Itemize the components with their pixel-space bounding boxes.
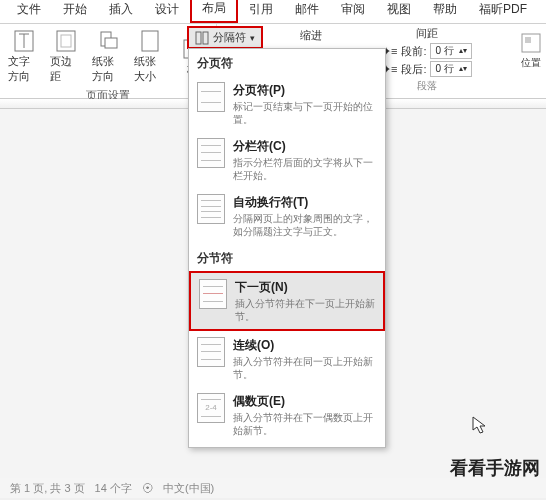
position-icon[interactable] xyxy=(520,32,542,54)
column-break-name: 分栏符(C) xyxy=(233,138,377,155)
svg-rect-4 xyxy=(61,35,71,47)
column-break-icon xyxy=(197,138,225,168)
tab-file[interactable]: 文件 xyxy=(6,0,52,23)
page-break-desc: 标记一页结束与下一页开始的位置。 xyxy=(233,100,377,126)
next-page-desc: 插入分节符并在下一页上开始新节。 xyxy=(235,297,375,323)
svg-marker-14 xyxy=(473,417,485,433)
orientation-icon xyxy=(98,30,118,52)
indent-group-label: 缩进 xyxy=(300,28,322,43)
tab-home[interactable]: 开始 xyxy=(52,0,98,23)
continuous-desc: 插入分节符并在同一页上开始新节。 xyxy=(233,355,377,381)
ribbon-tabs: 文件 开始 插入 设计 布局 引用 邮件 审阅 视图 帮助 福昕PDF xyxy=(0,0,546,24)
text-direction-label: 文字方向 xyxy=(8,54,40,84)
watermark-text: 看看手游网 xyxy=(450,456,540,480)
svg-rect-3 xyxy=(57,31,75,51)
page-break-item[interactable]: 分页符(P) 标记一页结束与下一页开始的位置。 xyxy=(189,76,385,132)
tab-layout[interactable]: 布局 xyxy=(190,0,238,23)
svg-rect-11 xyxy=(203,32,208,44)
breaks-dropdown-button[interactable]: 分隔符 ▾ xyxy=(187,26,263,49)
status-page-info: 第 1 页, 共 3 页 xyxy=(10,481,85,496)
margins-label: 页边距 xyxy=(50,54,82,84)
tab-design[interactable]: 设计 xyxy=(144,0,190,23)
spacing-group-label: 间距 xyxy=(382,26,472,41)
orientation-button[interactable]: 纸张方向 xyxy=(90,28,126,86)
text-wrap-desc: 分隔网页上的对象周围的文字，如分隔题注文字与正文。 xyxy=(233,212,377,238)
even-page-desc: 插入分节符并在下一偶数页上开始新节。 xyxy=(233,411,377,437)
even-page-name: 偶数页(E) xyxy=(233,393,377,410)
section-breaks-header: 分节符 xyxy=(189,244,385,271)
continuous-item[interactable]: 连续(O) 插入分节符并在同一页上开始新节。 xyxy=(189,331,385,387)
svg-rect-7 xyxy=(142,31,158,51)
even-page-item[interactable]: 2-4 偶数页(E) 插入分节符并在下一偶数页上开始新节。 xyxy=(189,387,385,443)
continuous-icon xyxy=(197,337,225,367)
tab-help[interactable]: 帮助 xyxy=(422,0,468,23)
column-break-desc: 指示分栏符后面的文字将从下一栏开始。 xyxy=(233,156,377,182)
paragraph-group-label: 段落 xyxy=(382,79,472,93)
breaks-label: 分隔符 xyxy=(213,30,246,45)
text-wrap-name: 自动换行符(T) xyxy=(233,194,377,211)
margins-button[interactable]: 页边距 xyxy=(48,28,84,86)
continuous-name: 连续(O) xyxy=(233,337,377,354)
svg-rect-10 xyxy=(196,32,201,44)
tab-references[interactable]: 引用 xyxy=(238,0,284,23)
svg-rect-6 xyxy=(105,38,117,48)
tab-insert[interactable]: 插入 xyxy=(98,0,144,23)
page-break-icon xyxy=(197,82,225,112)
text-direction-button[interactable]: 文字方向 xyxy=(6,28,42,86)
text-wrap-icon xyxy=(197,194,225,224)
next-page-item[interactable]: 下一页(N) 插入分节符并在下一页上开始新节。 xyxy=(189,271,385,331)
status-bar: 第 1 页, 共 3 页 14 个字 🖸 中文(中国) xyxy=(0,478,546,498)
size-label: 纸张大小 xyxy=(134,54,166,84)
spacing-before-label: 段前: xyxy=(401,44,426,59)
spacing-after-input[interactable]: 0 行▴▾ xyxy=(430,61,472,77)
even-page-icon: 2-4 xyxy=(197,393,225,423)
status-word-count: 14 个字 xyxy=(95,481,132,496)
next-page-name: 下一页(N) xyxy=(235,279,375,296)
status-language-icon: 🖸 xyxy=(142,482,153,494)
mouse-cursor-icon xyxy=(472,416,488,440)
page-breaks-header: 分页符 xyxy=(189,49,385,76)
tab-mail[interactable]: 邮件 xyxy=(284,0,330,23)
spacing-after-label: 段后: xyxy=(401,62,426,77)
text-wrap-item[interactable]: 自动换行符(T) 分隔网页上的对象周围的文字，如分隔题注文字与正文。 xyxy=(189,188,385,244)
size-icon xyxy=(140,30,160,52)
breaks-icon xyxy=(195,31,209,45)
svg-rect-13 xyxy=(525,37,531,43)
spacing-group: 间距 ✦≡ 段前: 0 行▴▾ ✦≡ 段后: 0 行▴▾ 段落 xyxy=(382,26,472,93)
chevron-down-icon: ▾ xyxy=(250,33,255,43)
position-label: 位置 xyxy=(521,56,541,70)
status-language: 中文(中国) xyxy=(163,481,214,496)
orientation-label: 纸张方向 xyxy=(92,54,124,84)
spacing-before-input[interactable]: 0 行▴▾ xyxy=(430,43,472,59)
column-break-item[interactable]: 分栏符(C) 指示分栏符后面的文字将从下一栏开始。 xyxy=(189,132,385,188)
tab-foxit[interactable]: 福昕PDF xyxy=(468,0,538,23)
size-button[interactable]: 纸张大小 xyxy=(132,28,168,86)
text-direction-icon xyxy=(14,30,34,52)
next-page-icon xyxy=(199,279,227,309)
margins-icon xyxy=(56,30,76,52)
tab-view[interactable]: 视图 xyxy=(376,0,422,23)
page-break-name: 分页符(P) xyxy=(233,82,377,99)
tab-review[interactable]: 审阅 xyxy=(330,0,376,23)
breaks-dropdown-menu: 分页符 分页符(P) 标记一页结束与下一页开始的位置。 分栏符(C) 指示分栏符… xyxy=(188,48,386,448)
